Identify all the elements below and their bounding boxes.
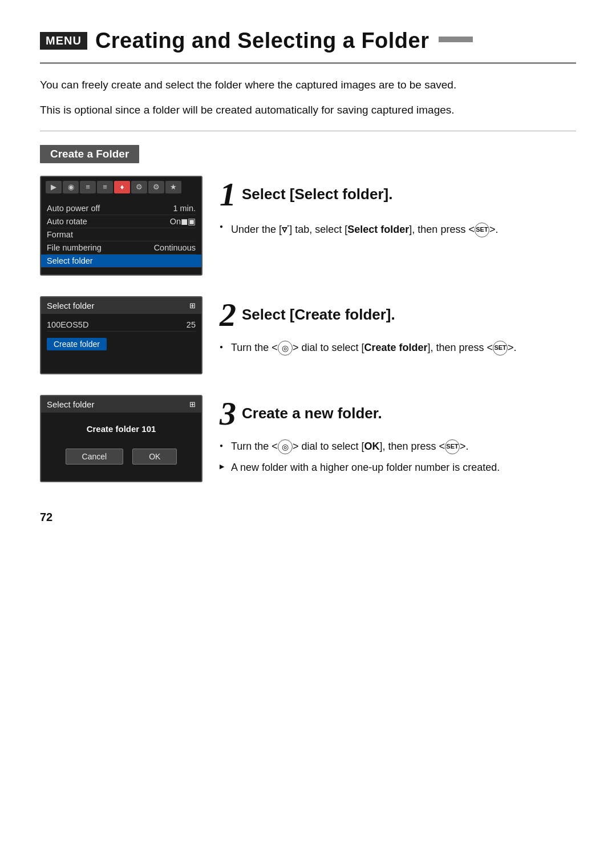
screen-3-header-label: Select folder [47,399,94,409]
step-1-bullets: Under the [▿·] tab, select [Select folde… [220,219,576,238]
tab-icon-7: ⚙ [148,181,164,193]
tab-icon-1: ▶ [46,181,62,193]
tab-icon-6: ⚙ [131,181,147,193]
step-1-bullet-1: Under the [▿·] tab, select [Select folde… [220,219,576,238]
step-1-row: ▶ ◉ ≡ ≡ ♦ ⚙ ⚙ ★ Auto power off 1 min. Au… [40,176,576,276]
page-title: Creating and Selecting a Folder [95,29,429,53]
step-3-title-row: 3 Create a new folder. [220,397,576,430]
step-1-title-row: 1 Select [Select folder]. [220,178,576,211]
step-1-number: 1 [220,178,236,211]
screen-2-body: 100EOS5D 25 Create folder [41,314,201,373]
screen-row-3: Format [47,228,196,241]
screen-tab-row: ▶ ◉ ≡ ≡ ♦ ⚙ ⚙ ★ [41,177,201,197]
screen-2-create-folder-btn: Create folder [47,335,196,350]
screen-2-header-icon: ⊞ [189,301,196,310]
screen-mockup-1: ▶ ◉ ≡ ≡ ♦ ⚙ ⚙ ★ Auto power off 1 min. Au… [40,176,202,276]
intro-line1: You can freely create and select the fol… [40,76,576,94]
screen-3-buttons: Cancel OK [47,449,196,465]
screen-3-create-text: Create folder 101 [47,424,196,434]
screen-row-2: Auto rotate On◼▣ [47,215,196,228]
tab-icon-5: ♦ [114,181,130,193]
menu-badge: MENU [40,32,87,50]
step-3-number: 3 [220,397,236,430]
step-2-title-row: 2 Select [Create folder]. [220,298,576,332]
step-2-bullets: Turn the <◎> dial to select [Create fold… [220,340,576,356]
step-2-title: Select [Create folder]. [242,305,395,325]
screen-3-cancel-btn: Cancel [66,449,124,465]
screen-2-header: Select folder ⊞ [41,297,201,314]
step-2-row: Select folder ⊞ 100EOS5D 25 Create folde… [40,296,576,374]
screen-mockup-2: Select folder ⊞ 100EOS5D 25 Create folde… [40,296,202,374]
step-3-bullet-1: Turn the <◎> dial to select [OK], then p… [220,438,576,455]
screen-3-ok-btn: OK [132,449,177,465]
screen-3-body: Create folder 101 Cancel OK [41,413,201,481]
title-bar-decoration [439,37,473,42]
screen-3-header-icon: ⊞ [189,400,196,409]
screen-2-folder-row: 100EOS5D 25 [47,318,196,332]
page-header: MENU Creating and Selecting a Folder [40,29,576,64]
step-3-content: 3 Create a new folder. Turn the <◎> dial… [220,395,576,481]
step-2-content: 2 Select [Create folder]. Turn the <◎> d… [220,296,576,361]
step-3-bullets: Turn the <◎> dial to select [OK], then p… [220,438,576,476]
step-3-bullet-2: A new folder with a higher one-up folder… [220,459,576,476]
screen-3-header: Select folder ⊞ [41,396,201,413]
step-1-title: Select [Select folder]. [242,185,392,204]
tab-icon-3: ≡ [80,181,96,193]
step-3-row: Select folder ⊞ Create folder 101 Cancel… [40,395,576,482]
screen-1-body: Auto power off 1 min. Auto rotate On◼▣ F… [41,197,201,274]
screen-row-1: Auto power off 1 min. [47,202,196,215]
screen-2-header-label: Select folder [47,301,94,310]
step-3-title: Create a new folder. [242,404,382,423]
tab-icon-2: ◉ [63,181,79,193]
intro-line2: This is optional since a folder will be … [40,102,576,119]
steps-container: ▶ ◉ ≡ ≡ ♦ ⚙ ⚙ ★ Auto power off 1 min. Au… [40,176,576,482]
screen-mockup-3: Select folder ⊞ Create folder 101 Cancel… [40,395,202,482]
step-2-number: 2 [220,298,236,332]
tab-icon-8: ★ [165,181,181,193]
section-label: Create a Folder [40,145,139,163]
page-number: 72 [40,511,576,524]
step-2-bullet-1: Turn the <◎> dial to select [Create fold… [220,340,576,356]
tab-icon-4: ≡ [97,181,113,193]
section-divider [40,131,576,131]
step-1-content: 1 Select [Select folder]. Under the [▿·]… [220,176,576,243]
screen-row-5-highlighted: Select folder [41,255,201,268]
screen-row-4: File numbering Continuous [47,241,196,255]
